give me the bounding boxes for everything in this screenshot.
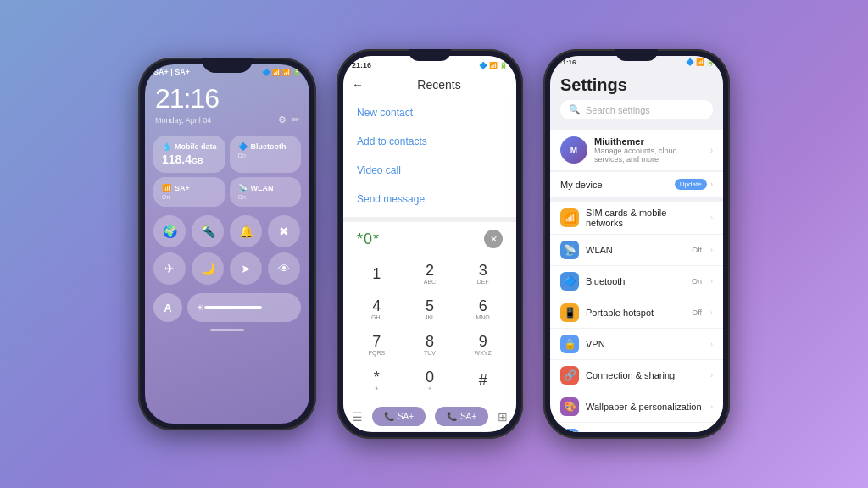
- phone2-display: *0* ✕: [343, 222, 516, 252]
- phone3-notch: [615, 49, 658, 61]
- circle-flashlight[interactable]: 🔦: [192, 215, 224, 247]
- mobile-data-icon: 💧: [162, 142, 171, 151]
- phone-icon-2: 📞: [447, 412, 457, 421]
- circle-eye[interactable]: 👁: [268, 252, 300, 285]
- settings-row-wallpaper[interactable]: 🎨 Wallpaper & personalization ›: [550, 391, 723, 423]
- dialer-number: *0*: [357, 230, 380, 248]
- phone1-edit-icon[interactable]: ⚙: [278, 114, 287, 125]
- wlan-value: Off: [692, 246, 702, 254]
- circle-airplane[interactable]: ✈: [153, 252, 186, 285]
- settings-row-bluetooth[interactable]: 🔷 Bluetooth On ›: [550, 266, 723, 297]
- phone3-screen: 21:16 🔷 📶 🔋 Settings 🔍 Search settings M…: [550, 56, 723, 432]
- hotspot-value: Off: [692, 308, 702, 317]
- phone1-settings-icon[interactable]: ✏: [292, 114, 299, 125]
- my-device-row[interactable]: My device Update ›: [550, 172, 723, 197]
- settings-row-connection[interactable]: 🔗 Connection & sharing ›: [550, 360, 723, 391]
- circle-notification[interactable]: 🔔: [230, 215, 262, 247]
- sun-icon: ☀: [196, 302, 204, 313]
- phone2-call-bar: ☰ 📞 SA+ 📞 SA+ ⊞: [343, 402, 516, 431]
- key-0[interactable]: 0 +: [403, 363, 457, 398]
- bluetooth-value: On: [692, 277, 702, 286]
- saplus-icon: 📶: [162, 184, 171, 192]
- key-1[interactable]: 1: [350, 256, 403, 291]
- update-badge: Update: [675, 179, 707, 190]
- wallpaper-chevron: ›: [710, 402, 713, 411]
- phone-icon-1: 📞: [384, 412, 394, 421]
- settings-row-vpn[interactable]: 🔒 VPN ›: [550, 329, 723, 360]
- phone2-header: ← Recents: [343, 71, 516, 95]
- delete-button[interactable]: ✕: [484, 230, 503, 248]
- bluetooth-tile-sub: On: [238, 152, 293, 158]
- key-6[interactable]: 6 MNO: [456, 291, 509, 327]
- phone-dialer: 21:16 🔷 📶 🔋 ← Recents New contact Add to…: [337, 49, 523, 439]
- wallpaper-icon: 🎨: [560, 397, 579, 416]
- phone1-circle-grid-2: ✈ 🌙 ➤ 👁: [145, 252, 309, 290]
- settings-row-hotspot[interactable]: 📱 Portable hotspot Off ›: [550, 297, 723, 329]
- my-device-label: My device: [560, 180, 603, 190]
- key-9[interactable]: 9 WXYZ: [456, 327, 509, 363]
- sim-label: SIM cards & mobile networks: [586, 208, 702, 228]
- wlan-tile-sub: On: [238, 194, 293, 200]
- settings-header: Settings 🔍 Search settings: [550, 69, 723, 125]
- circle-location2[interactable]: ➤: [230, 252, 262, 285]
- phone1-screen: SA+ | SA+ 🔷 📶 📶 🔋 21:16 Monday, April 04…: [145, 64, 309, 424]
- call-btn-1[interactable]: 📞 SA+: [372, 407, 426, 426]
- phone1-notch: [202, 58, 253, 73]
- key-8[interactable]: 8 TUV: [403, 327, 457, 363]
- phone2-notch: [409, 49, 451, 61]
- phone2-menu-list: New contact Add to contacts Video call S…: [343, 95, 516, 217]
- key-star[interactable]: * +: [350, 363, 403, 398]
- tile-wlan[interactable]: 📡 WLAN On: [230, 177, 302, 207]
- key-3[interactable]: 3 DEF: [456, 256, 509, 291]
- display-icon: 📱: [560, 429, 579, 432]
- grid-icon[interactable]: ⊞: [498, 410, 508, 424]
- key-7[interactable]: 7 PQRS: [350, 327, 403, 363]
- brightness-slider[interactable]: ☀: [187, 293, 301, 322]
- phone1-status-left: SA+ | SA+: [153, 68, 190, 76]
- menu-add-to-contacts[interactable]: Add to contacts: [343, 127, 516, 156]
- key-5[interactable]: 5 JKL: [403, 291, 457, 327]
- wlan-chevron: ›: [710, 246, 713, 254]
- btn-accessibility[interactable]: A: [153, 293, 182, 322]
- account-subtitle: Manage accounts, cloud services, and mor…: [594, 147, 704, 164]
- phone1-handle: [210, 329, 244, 331]
- settings-search[interactable]: 🔍 Search settings: [560, 100, 713, 119]
- call-btn-2[interactable]: 📞 SA+: [435, 407, 488, 426]
- tile-mobile-data[interactable]: 💧 Mobile data 118.4GB: [153, 136, 225, 173]
- key-2[interactable]: 2 ABC: [403, 256, 457, 291]
- phone1-circle-grid-1: 🌍 🔦 🔔 ✖: [145, 210, 309, 252]
- bluetooth-chevron: ›: [710, 277, 713, 286]
- phone3-status-icons: 🔷 📶 🔋: [686, 58, 715, 66]
- circle-location[interactable]: 🌍: [153, 215, 186, 247]
- my-device-chevron: ›: [710, 180, 713, 189]
- phone-settings: 21:16 🔷 📶 🔋 Settings 🔍 Search settings M…: [543, 49, 730, 439]
- mobile-data-value: 118.4GB: [162, 152, 217, 166]
- phone1-time: 21:16: [145, 78, 309, 114]
- phone3-time: 21:16: [559, 58, 576, 66]
- settings-row-sim[interactable]: 📶 SIM cards & mobile networks ›: [550, 202, 723, 235]
- account-row[interactable]: M Miuithemer Manage accounts, cloud serv…: [550, 130, 723, 170]
- circle-moon[interactable]: 🌙: [192, 252, 224, 285]
- hamburger-icon[interactable]: ☰: [352, 410, 363, 424]
- tile-sa-plus[interactable]: 📶 SA+ On: [153, 177, 225, 207]
- search-icon: 🔍: [569, 104, 581, 115]
- menu-video-call[interactable]: Video call: [343, 156, 516, 185]
- brightness-track: [204, 306, 262, 309]
- sim-chevron: ›: [710, 214, 713, 222]
- vpn-icon: 🔒: [560, 335, 579, 353]
- menu-send-message[interactable]: Send message: [343, 185, 516, 214]
- phone2-time: 21:16: [352, 61, 371, 69]
- wlan-icon: 📡: [560, 241, 579, 259]
- key-4[interactable]: 4 GHI: [350, 291, 403, 327]
- menu-new-contact[interactable]: New contact: [343, 98, 516, 127]
- circle-close[interactable]: ✖: [268, 215, 300, 247]
- settings-row-wlan[interactable]: 📡 WLAN Off ›: [550, 235, 723, 266]
- back-button[interactable]: ←: [352, 78, 364, 92]
- settings-list: 📶 SIM cards & mobile networks › 📡 WLAN O…: [550, 202, 723, 432]
- phone-control-center: SA+ | SA+ 🔷 📶 📶 🔋 21:16 Monday, April 04…: [138, 58, 316, 430]
- tile-bluetooth[interactable]: 🔷 Bluetooth On: [230, 136, 302, 173]
- phone1-quick-tiles: 💧 Mobile data 118.4GB 🔷 Bluetooth On 📶: [145, 132, 309, 210]
- wlan-label: WLAN: [586, 245, 685, 255]
- key-hash[interactable]: #: [456, 363, 509, 398]
- settings-row-display[interactable]: 📱 Always-on display & Lock ›: [550, 423, 723, 432]
